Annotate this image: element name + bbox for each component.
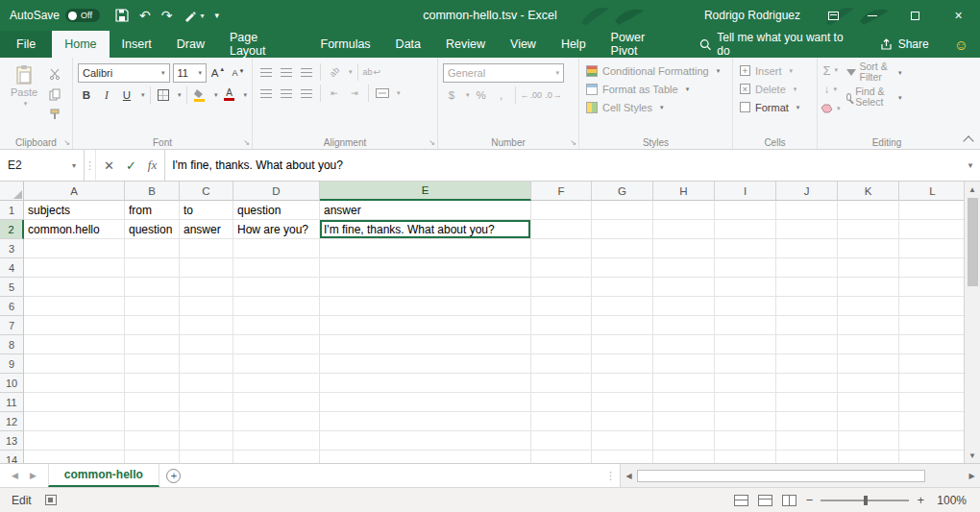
- tab-formulas[interactable]: Formulas: [308, 31, 383, 58]
- cell-K5[interactable]: [838, 278, 899, 297]
- cell-H2[interactable]: [653, 220, 715, 239]
- cell-F10[interactable]: [531, 374, 592, 393]
- cell-G8[interactable]: [592, 335, 653, 354]
- row-header-6[interactable]: 6: [0, 297, 24, 316]
- align-right-button[interactable]: [298, 85, 315, 102]
- customize-qat-icon[interactable]: ▾: [215, 8, 220, 23]
- tab-page-layout[interactable]: Page Layout: [217, 31, 308, 58]
- cell-I9[interactable]: [715, 354, 776, 374]
- cell-D1[interactable]: question: [233, 201, 320, 220]
- cell-I3[interactable]: [715, 239, 776, 258]
- cell-E1[interactable]: answer: [320, 201, 531, 220]
- cell-A14[interactable]: [24, 451, 125, 463]
- cell-L5[interactable]: [899, 278, 964, 297]
- cell-H13[interactable]: [653, 431, 715, 451]
- cell-C4[interactable]: [180, 258, 233, 278]
- cell-J13[interactable]: [776, 431, 838, 451]
- font-color-button[interactable]: A: [220, 86, 237, 104]
- cell-L1[interactable]: [899, 201, 964, 220]
- cell-K3[interactable]: [838, 239, 899, 258]
- cell-E11[interactable]: [320, 393, 531, 412]
- cell-G11[interactable]: [592, 393, 653, 412]
- zoom-level[interactable]: 100%: [934, 494, 967, 507]
- collapse-ribbon-icon[interactable]: [963, 135, 973, 146]
- align-top-button[interactable]: [257, 63, 275, 81]
- formula-input[interactable]: I'm fine, thanks. What about you?: [165, 150, 961, 181]
- clear-button[interactable]: ▾: [821, 100, 841, 117]
- accounting-dropdown-icon[interactable]: ▾: [466, 91, 470, 99]
- tab-power-pivot[interactable]: Power Pivot: [599, 31, 686, 58]
- cell-C11[interactable]: [180, 393, 233, 412]
- autosave-toggle[interactable]: Off: [65, 9, 100, 22]
- vertical-scrollbar[interactable]: ▲ ▼: [964, 182, 980, 463]
- normal-view-icon[interactable]: [734, 495, 748, 506]
- cell-D4[interactable]: [233, 258, 320, 278]
- merge-center-button[interactable]: [374, 85, 391, 102]
- cell-F12[interactable]: [531, 412, 592, 431]
- row-header-7[interactable]: 7: [0, 316, 24, 335]
- column-header-F[interactable]: F: [531, 182, 592, 201]
- cell-C1[interactable]: to: [180, 201, 233, 220]
- cell-I13[interactable]: [715, 431, 776, 451]
- cell-G3[interactable]: [592, 239, 653, 258]
- cell-F14[interactable]: [531, 451, 592, 463]
- cell-A1[interactable]: subjects: [24, 201, 125, 220]
- cell-F7[interactable]: [531, 316, 592, 335]
- increase-font-size-button[interactable]: A▲: [209, 64, 227, 82]
- prev-sheet-icon[interactable]: ◀: [12, 471, 18, 480]
- cell-L12[interactable]: [899, 412, 964, 431]
- cell-L3[interactable]: [899, 239, 964, 258]
- cell-J3[interactable]: [776, 239, 838, 258]
- cell-H3[interactable]: [653, 239, 715, 258]
- cell-J5[interactable]: [776, 278, 838, 297]
- zoom-slider-handle[interactable]: [864, 496, 868, 505]
- cell-G7[interactable]: [592, 316, 653, 335]
- cell-A5[interactable]: [24, 278, 125, 297]
- cell-L4[interactable]: [899, 258, 964, 278]
- font-name-combo[interactable]: Calibri ▾: [78, 63, 170, 83]
- cell-D13[interactable]: [233, 431, 320, 451]
- cell-G1[interactable]: [592, 201, 653, 220]
- column-header-K[interactable]: K: [838, 182, 899, 201]
- new-sheet-button[interactable]: +: [159, 464, 188, 487]
- cell-D9[interactable]: [233, 354, 320, 374]
- cell-C9[interactable]: [180, 354, 233, 374]
- cell-H4[interactable]: [653, 258, 715, 278]
- cell-I7[interactable]: [715, 316, 776, 335]
- fill-color-button[interactable]: [191, 86, 208, 104]
- tab-insert[interactable]: Insert: [110, 31, 164, 58]
- cell-H11[interactable]: [653, 393, 715, 412]
- decrease-decimal-button[interactable]: .0→: [545, 86, 562, 104]
- scroll-right-icon[interactable]: ▶: [964, 464, 980, 487]
- share-button[interactable]: Share: [867, 37, 943, 51]
- cell-K13[interactable]: [838, 431, 899, 451]
- format-cells-button[interactable]: Format ▾: [736, 98, 814, 116]
- cell-A10[interactable]: [24, 374, 125, 393]
- cell-D11[interactable]: [233, 393, 320, 412]
- zoom-out-icon[interactable]: −: [806, 493, 814, 507]
- save-icon[interactable]: [115, 8, 129, 23]
- italic-button[interactable]: I: [98, 86, 115, 104]
- cell-I6[interactable]: [715, 297, 776, 316]
- cell-G14[interactable]: [592, 451, 653, 463]
- cell-K10[interactable]: [838, 374, 899, 393]
- cell-H14[interactable]: [653, 451, 715, 463]
- column-header-D[interactable]: D: [233, 182, 320, 201]
- cell-I10[interactable]: [715, 374, 776, 393]
- cell-G6[interactable]: [592, 297, 653, 316]
- name-box-dropdown-icon[interactable]: ▾: [72, 161, 76, 170]
- font-dialog-launcher-icon[interactable]: ↘: [243, 138, 250, 147]
- zoom-in-icon[interactable]: +: [917, 493, 924, 507]
- cell-H10[interactable]: [653, 374, 715, 393]
- find-select-button[interactable]: Find & Select ▾: [846, 86, 902, 108]
- cell-G2[interactable]: [592, 220, 653, 239]
- cell-D14[interactable]: [233, 451, 320, 463]
- comma-style-button[interactable]: ,: [493, 86, 510, 104]
- cell-I8[interactable]: [715, 335, 776, 354]
- cell-A13[interactable]: [24, 431, 125, 451]
- autosum-button[interactable]: Σ▾: [821, 61, 841, 79]
- row-header-2[interactable]: 2: [0, 220, 24, 239]
- cell-B7[interactable]: [125, 316, 180, 335]
- align-left-button[interactable]: [257, 85, 275, 102]
- cell-G4[interactable]: [592, 258, 653, 278]
